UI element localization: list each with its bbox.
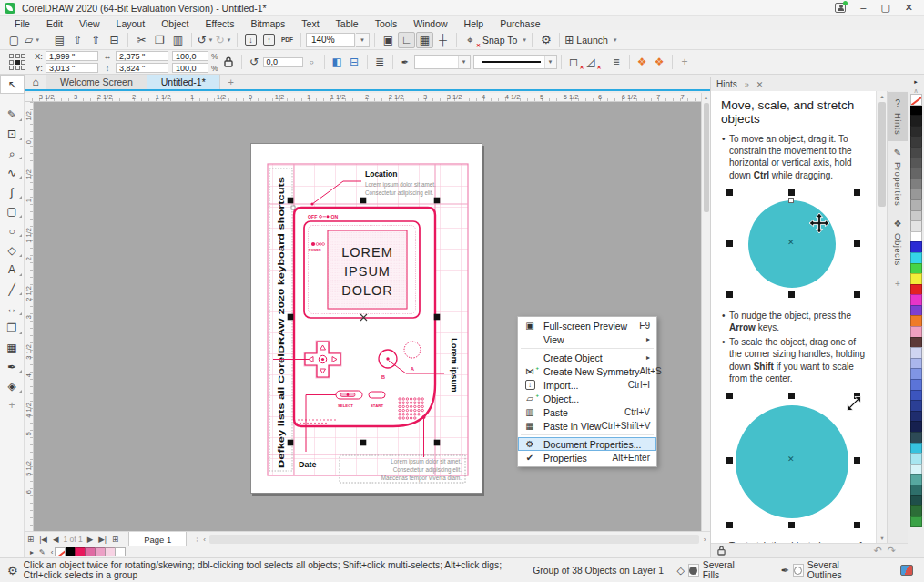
doc-palette-flyout-icon[interactable]: ▸: [27, 548, 36, 556]
doc-palette-eyedropper-icon[interactable]: ✎: [36, 548, 48, 556]
open-button[interactable]: ▱▼: [24, 32, 41, 48]
zoom-tool[interactable]: ⌕: [0, 144, 25, 163]
document-page[interactable]: Defkey lists all CorelDRAW 2020 keyboard…: [250, 143, 482, 494]
import-button[interactable]: ↓: [242, 32, 259, 48]
docker-tab-hints[interactable]: ? Hints: [888, 92, 908, 141]
scale-y-field[interactable]: 100,0: [172, 63, 208, 73]
show-rulers-toggle[interactable]: ∟: [398, 32, 415, 48]
dimension-tool[interactable]: ↔: [0, 299, 25, 318]
minimize-button[interactable]: –: [860, 3, 866, 13]
menu-item[interactable]: Bitmaps: [242, 18, 293, 29]
menu-item[interactable]: File: [6, 18, 38, 29]
crop-tool[interactable]: ⊡: [0, 125, 25, 144]
save-to-cloud-button[interactable]: ⇧: [69, 32, 86, 48]
menu-item-fullscreen-preview[interactable]: ▣ Full-screen Preview F9: [518, 319, 656, 332]
object-origin-selector[interactable]: [9, 54, 25, 70]
save-button[interactable]: ▤: [51, 32, 68, 48]
palette-swatch[interactable]: [910, 516, 922, 528]
to-back-button[interactable]: ❖: [651, 54, 668, 70]
object-list-button[interactable]: ≡: [608, 54, 625, 70]
scrollbar-track[interactable]: [209, 535, 699, 544]
lock-icon[interactable]: [717, 546, 726, 556]
horizontal-ruler[interactable]: 3 1/232 1/221 1/211/201/211 1/222 1/233 …: [25, 93, 701, 102]
docker-collapse-icon[interactable]: »: [745, 80, 749, 89]
fullscreen-preview-button[interactable]: ▣: [380, 32, 397, 48]
interactive-fill-tool[interactable]: ◈: [0, 376, 25, 395]
scrollbar-thumb[interactable]: [704, 103, 709, 212]
scroll-up-icon[interactable]: ▲: [702, 93, 710, 102]
menu-item[interactable]: Text: [293, 18, 327, 29]
cut-button[interactable]: ✂: [133, 32, 150, 48]
pick-tool[interactable]: ↖: [0, 75, 25, 94]
menu-item[interactable]: Effects: [197, 18, 242, 29]
clear-outline-button[interactable]: ◿: [583, 54, 600, 70]
undo-button[interactable]: ↺▼: [197, 32, 214, 48]
outline-indicator[interactable]: ✒ Several Outlines: [781, 560, 864, 580]
menu-item-import[interactable]: ↓ Import... Ctrl+I: [518, 378, 656, 392]
menu-item[interactable]: Help: [456, 18, 492, 29]
next-page-button[interactable]: ▶: [85, 535, 96, 544]
tab-untitled-1[interactable]: Untitled-1*: [147, 75, 220, 89]
page-1-tab[interactable]: Page 1: [128, 532, 187, 546]
last-page-button[interactable]: ▶|: [96, 535, 109, 544]
open-from-cloud-button[interactable]: ⇧: [87, 32, 105, 48]
snap-off-button[interactable]: ⌖: [462, 32, 479, 48]
wrap-text-button[interactable]: ≣: [371, 54, 389, 70]
object-height-field[interactable]: 3,824 ": [116, 63, 168, 73]
y-position-field[interactable]: 3,013 ": [46, 63, 98, 73]
redo-icon[interactable]: ↷: [888, 545, 901, 556]
snap-to-dropdown[interactable]: Snap To▼: [480, 32, 527, 48]
maximize-button[interactable]: ▢: [880, 3, 889, 13]
home-icon[interactable]: ⌂: [25, 75, 46, 89]
rectangle-tool[interactable]: ▢: [0, 202, 25, 221]
clear-transformations-button[interactable]: ◻: [565, 54, 583, 70]
publish-pdf-button[interactable]: PDF: [279, 32, 296, 48]
add-page-button[interactable]: ⊞: [109, 535, 121, 544]
launch-button[interactable]: ⊞Launch▼: [564, 32, 617, 48]
freehand-tool[interactable]: ∿: [0, 163, 25, 182]
redo-button[interactable]: ↻▼: [215, 32, 232, 48]
menu-item[interactable]: View: [71, 18, 108, 29]
show-guidelines-toggle[interactable]: ┼: [434, 32, 452, 48]
docker-tab-properties[interactable]: ✎ Properties: [888, 141, 908, 212]
no-color-swatch[interactable]: [55, 547, 66, 556]
menu-item[interactable]: Tools: [367, 18, 406, 29]
close-button[interactable]: ✕: [905, 3, 913, 13]
menu-item-paste-in-view[interactable]: ▦ Paste in View Ctrl+Shift+V: [518, 419, 656, 433]
outline-width-combo[interactable]: ▼: [414, 55, 471, 69]
to-front-button[interactable]: ❖: [634, 54, 651, 70]
artistic-media-tool[interactable]: ∫: [0, 182, 25, 201]
menu-item[interactable]: Edit: [38, 18, 71, 29]
menu-item-document-properties[interactable]: ⚙ Document Properties...: [518, 437, 656, 451]
customize-toolbar-button[interactable]: +: [676, 54, 694, 70]
scrollbar-thumb[interactable]: [878, 102, 886, 207]
docker-close-icon[interactable]: ✕: [756, 80, 764, 89]
menu-item[interactable]: Purchase: [492, 18, 548, 29]
canvas-horizontal-scrollbar[interactable]: ⁞ ‹ ›: [196, 534, 710, 545]
shape-tool[interactable]: ✎: [0, 105, 25, 124]
menu-item-view[interactable]: View ▸: [518, 332, 656, 346]
menu-item-create-object[interactable]: Create Object ▸: [518, 351, 656, 364]
scale-x-field[interactable]: 100,0: [172, 51, 208, 61]
add-page-button[interactable]: ⊞: [25, 535, 36, 544]
eyedropper-tool[interactable]: ✒: [0, 357, 25, 376]
doc-palette-swatch[interactable]: [115, 547, 126, 556]
undo-icon[interactable]: ↶: [874, 545, 888, 556]
menu-item-create-new-symmetry[interactable]: ⋈+ Create New Symmetry Alt+S: [518, 364, 656, 378]
menu-item[interactable]: Table: [328, 18, 367, 29]
text-tool[interactable]: A: [0, 260, 25, 280]
mirror-horizontal-button[interactable]: ◧: [329, 54, 346, 70]
docker-tab-objects[interactable]: ❖ Objects: [888, 212, 908, 272]
ellipse-tool[interactable]: ○: [0, 221, 25, 240]
first-page-button[interactable]: |◀: [36, 535, 50, 544]
menu-item-object[interactable]: ▱+ Object...: [518, 392, 656, 405]
copy-button[interactable]: ❐: [151, 32, 168, 48]
options-button[interactable]: ⚙: [537, 32, 554, 48]
x-position-field[interactable]: 1,999 ": [46, 51, 98, 61]
previous-page-button[interactable]: ◀: [50, 535, 62, 544]
menu-item-properties[interactable]: ✔ Properties Alt+Enter: [518, 451, 656, 465]
palette-flyout-icon[interactable]: ▸: [914, 77, 918, 87]
scroll-right-icon[interactable]: ›: [699, 536, 710, 544]
line-style-combo[interactable]: ▼: [473, 55, 557, 69]
export-button[interactable]: ↑: [260, 32, 278, 48]
